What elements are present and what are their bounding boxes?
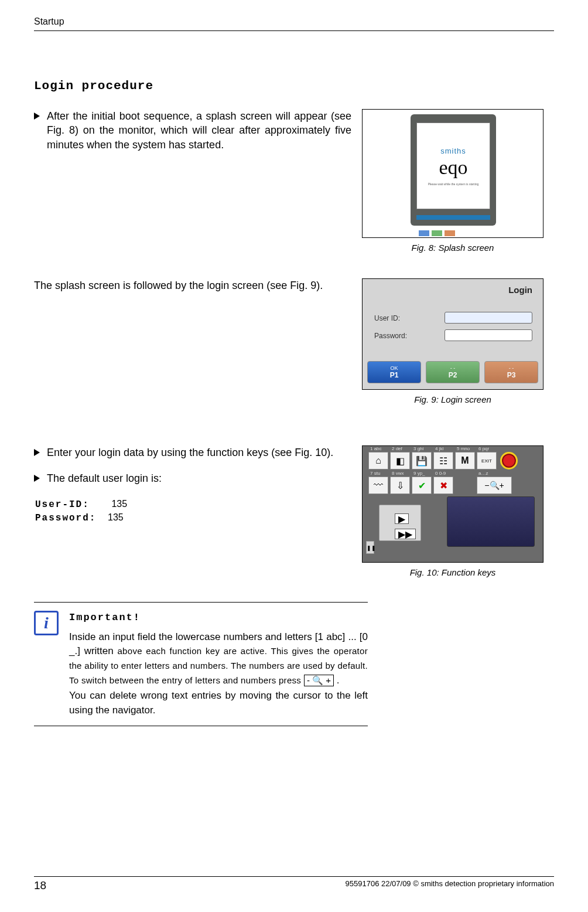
zoom-minus-icon: − — [484, 481, 489, 490]
section-title: Login procedure — [34, 79, 554, 93]
zoom-key[interactable]: a…z − 🔍 + — [477, 477, 512, 494]
figure-8-splash: smiths eqo Please wait while the system … — [362, 109, 543, 238]
login-p2-small: - - — [450, 365, 456, 371]
figure-10-caption: Fig. 10: Function keys — [362, 567, 543, 577]
important-text-2: You can delete wrong text entries by mov… — [69, 689, 368, 717]
m-icon: M — [461, 455, 469, 466]
info-icon: i — [34, 611, 59, 635]
fkey-1[interactable]: 1 abc⌂ — [368, 452, 388, 469]
paragraph-3: Enter your login data by using the funct… — [47, 445, 351, 460]
page-header-title: Startup — [34, 16, 64, 27]
emergency-stop-icon[interactable] — [500, 452, 518, 469]
check-icon: ✔ — [418, 480, 426, 491]
pause-button[interactable]: ❚❚ — [366, 541, 374, 554]
login-pass-label: Password: — [374, 332, 407, 340]
save-icon: 💾 — [416, 455, 428, 467]
splash-footer-bar — [416, 215, 490, 220]
important-rule-top — [34, 602, 368, 603]
preview-panel — [447, 496, 535, 547]
zoom-key-inline: - 🔍 + — [304, 675, 334, 686]
login-user-input[interactable] — [445, 312, 532, 324]
exit-icon: EXIT — [481, 458, 492, 464]
login-p3-button[interactable]: - - P3 — [484, 361, 538, 383]
page-number: 18 — [34, 879, 46, 892]
splash-product: eqo — [439, 156, 467, 179]
header-rule — [34, 30, 554, 31]
play-icon: ▶ — [398, 513, 405, 525]
fkey-7[interactable]: 7 stu〰 — [368, 477, 388, 494]
figure-9-login: Login User ID: Password: OK P1 - - P2 - … — [362, 278, 543, 390]
login-title: Login — [508, 285, 532, 295]
cross-icon: ✖ — [440, 480, 447, 491]
login-p3-big: P3 — [507, 371, 516, 379]
fkey-0[interactable]: 0 0-9✖ — [433, 477, 453, 494]
splash-brand: smiths — [440, 147, 466, 155]
fkey-5[interactable]: 5 mnoM — [455, 452, 475, 469]
bullet-icon — [34, 449, 40, 456]
important-period: . — [337, 675, 340, 686]
important-title: Important! — [69, 611, 368, 625]
fkey-4[interactable]: 4 jkl☷ — [433, 452, 453, 469]
play-button[interactable]: ▶ — [395, 513, 409, 524]
figure-10-function-keys: 1 abc⌂ 2 def◧ 3 ghi💾 4 jkl☷ 5 mnoM 6 pqr… — [362, 445, 543, 563]
figure-8-caption: Fig. 8: Splash screen — [362, 243, 543, 253]
login-p2-button[interactable]: - - P2 — [426, 361, 480, 383]
fkey-6-exit[interactable]: 6 pqrEXIT — [477, 452, 497, 469]
login-p1-button[interactable]: OK P1 — [367, 361, 421, 383]
login-user-label: User ID: — [374, 314, 400, 322]
pause-icon: ❚❚ — [367, 545, 376, 551]
login-p1-big: P1 — [390, 371, 399, 379]
cred-user-label: User-ID: — [35, 499, 90, 510]
cred-pass-label: Password: — [35, 513, 96, 523]
paragraph-4: The default user login is: — [47, 471, 351, 485]
footer-copyright: 95591706 22/07/09 © smiths detection pro… — [346, 879, 554, 892]
cred-pass-value: 135 — [108, 512, 124, 522]
credentials-block: User-ID: 135 Password: 135 — [35, 498, 351, 525]
fkey-8[interactable]: 8 vwx⇩ — [390, 477, 410, 494]
login-pass-input[interactable] — [445, 329, 532, 341]
fkey-2[interactable]: 2 def◧ — [390, 452, 410, 469]
magnifier-icon: 🔍 — [490, 481, 500, 490]
bullet-icon — [34, 113, 40, 120]
paragraph-2: The splash screen is followed by the log… — [34, 278, 351, 292]
fkey-3[interactable]: 3 ghi💾 — [412, 452, 432, 469]
login-p1-small: OK — [390, 365, 398, 371]
login-p2-big: P2 — [449, 371, 457, 379]
figure-9-caption: Fig. 9: Login screen — [362, 394, 543, 404]
ff-icon: ▶▶ — [398, 529, 412, 540]
fkey-9[interactable]: 9 yp_✔ — [412, 477, 432, 494]
login-p3-small: - - — [509, 365, 514, 371]
footer-rule — [34, 876, 554, 877]
bullet-icon — [34, 475, 40, 482]
splash-hint: Please wait while the system is starting — [428, 182, 479, 186]
splash-softkeys — [419, 230, 455, 236]
cred-user-value: 135 — [111, 499, 127, 509]
zoom-plus-icon: + — [500, 481, 504, 490]
down-icon: ⇩ — [396, 480, 404, 491]
playback-panel: ▶ ▶▶ — [379, 505, 421, 541]
important-rule-bottom — [34, 726, 368, 726]
fast-forward-button[interactable]: ▶▶ — [395, 529, 416, 539]
paragraph-1: After the initial boot sequence, a splas… — [47, 109, 351, 152]
